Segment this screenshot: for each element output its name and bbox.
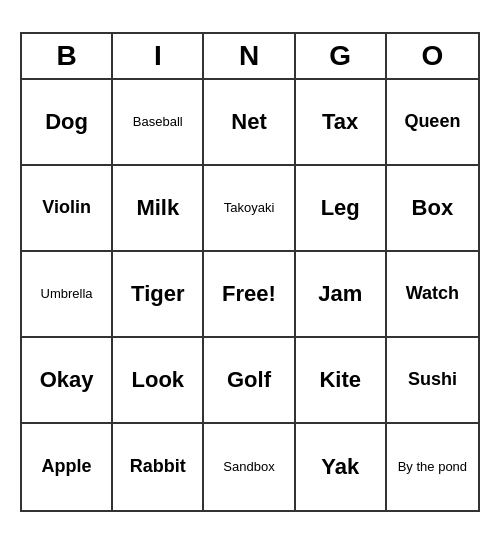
header-letter-n: N <box>204 34 295 78</box>
bingo-cell-10[interactable]: Umbrella <box>22 252 113 338</box>
cell-text-1: Baseball <box>133 114 183 130</box>
bingo-cell-0[interactable]: Dog <box>22 80 113 166</box>
cell-text-4: Queen <box>404 111 460 133</box>
cell-text-22: Sandbox <box>223 459 274 475</box>
bingo-cell-6[interactable]: Milk <box>113 166 204 252</box>
bingo-cell-22[interactable]: Sandbox <box>204 424 295 510</box>
cell-text-8: Leg <box>321 195 360 221</box>
bingo-cell-9[interactable]: Box <box>387 166 478 252</box>
bingo-cell-23[interactable]: Yak <box>296 424 387 510</box>
cell-text-0: Dog <box>45 109 88 135</box>
bingo-cell-24[interactable]: By the pond <box>387 424 478 510</box>
bingo-cell-18[interactable]: Kite <box>296 338 387 424</box>
cell-text-15: Okay <box>40 367 94 393</box>
bingo-cell-1[interactable]: Baseball <box>113 80 204 166</box>
cell-text-14: Watch <box>406 283 459 305</box>
cell-text-19: Sushi <box>408 369 457 391</box>
header-letter-i: I <box>113 34 204 78</box>
cell-text-21: Rabbit <box>130 456 186 478</box>
bingo-cell-14[interactable]: Watch <box>387 252 478 338</box>
header-letter-o: O <box>387 34 478 78</box>
bingo-cell-15[interactable]: Okay <box>22 338 113 424</box>
bingo-cell-3[interactable]: Tax <box>296 80 387 166</box>
bingo-card: BINGO DogBaseballNetTaxQueenViolinMilkTa… <box>20 32 480 512</box>
bingo-cell-7[interactable]: Takoyaki <box>204 166 295 252</box>
bingo-cell-21[interactable]: Rabbit <box>113 424 204 510</box>
bingo-cell-4[interactable]: Queen <box>387 80 478 166</box>
header-letter-b: B <box>22 34 113 78</box>
bingo-cell-5[interactable]: Violin <box>22 166 113 252</box>
header-letter-g: G <box>296 34 387 78</box>
cell-text-11: Tiger <box>131 281 184 307</box>
bingo-cell-20[interactable]: Apple <box>22 424 113 510</box>
bingo-cell-19[interactable]: Sushi <box>387 338 478 424</box>
cell-text-16: Look <box>132 367 185 393</box>
bingo-header: BINGO <box>22 34 478 80</box>
cell-text-13: Jam <box>318 281 362 307</box>
cell-text-9: Box <box>412 195 454 221</box>
cell-text-10: Umbrella <box>41 286 93 302</box>
cell-text-24: By the pond <box>398 459 467 475</box>
cell-text-6: Milk <box>136 195 179 221</box>
cell-text-5: Violin <box>42 197 91 219</box>
bingo-cell-13[interactable]: Jam <box>296 252 387 338</box>
cell-text-12: Free! <box>222 281 276 307</box>
bingo-cell-12[interactable]: Free! <box>204 252 295 338</box>
cell-text-17: Golf <box>227 367 271 393</box>
bingo-cell-17[interactable]: Golf <box>204 338 295 424</box>
bingo-cell-8[interactable]: Leg <box>296 166 387 252</box>
bingo-cell-11[interactable]: Tiger <box>113 252 204 338</box>
bingo-grid: DogBaseballNetTaxQueenViolinMilkTakoyaki… <box>22 80 478 510</box>
cell-text-20: Apple <box>42 456 92 478</box>
cell-text-23: Yak <box>321 454 359 480</box>
cell-text-2: Net <box>231 109 266 135</box>
bingo-cell-2[interactable]: Net <box>204 80 295 166</box>
cell-text-3: Tax <box>322 109 358 135</box>
cell-text-7: Takoyaki <box>224 200 275 216</box>
cell-text-18: Kite <box>319 367 361 393</box>
bingo-cell-16[interactable]: Look <box>113 338 204 424</box>
